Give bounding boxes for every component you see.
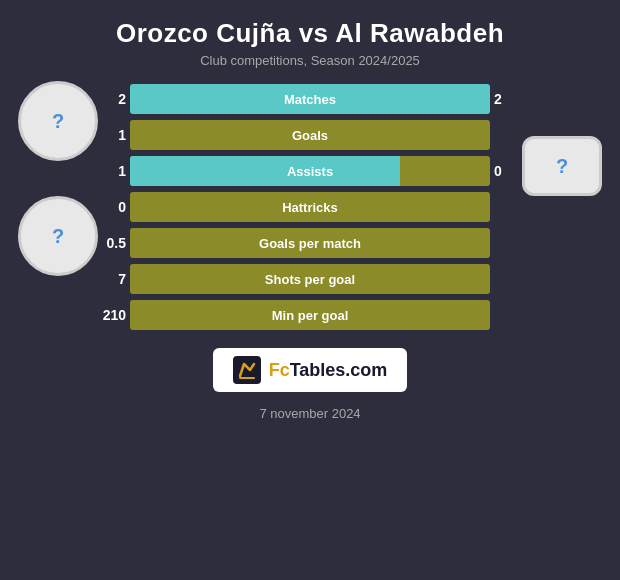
logo-text: FcTables.com	[269, 360, 388, 381]
header: Orozco Cujña vs Al Rawabdeh Club competi…	[0, 0, 620, 76]
goals-left-value: 1	[98, 127, 126, 143]
assists-left-value: 1	[98, 163, 126, 179]
min-per-goal-left-value: 210	[98, 307, 126, 323]
shots-per-goal-bar: Shots per goal	[130, 264, 490, 294]
svg-rect-1	[239, 377, 255, 379]
question-mark-icon-3: ?	[556, 155, 568, 178]
avatar-left-bottom: ?	[18, 196, 98, 276]
min-per-goal-bar: Min per goal	[130, 300, 490, 330]
avatar-left-top: ?	[18, 81, 98, 161]
logo-area: FcTables.com	[213, 348, 408, 392]
goals-per-match-bar: Goals per match	[130, 228, 490, 258]
stat-row-shots-per-goal: 7 Shots per goal	[130, 264, 490, 294]
hattricks-label: Hattricks	[282, 200, 338, 215]
stat-row-min-per-goal: 210 Min per goal	[130, 300, 490, 330]
question-mark-icon: ?	[52, 110, 64, 133]
question-mark-icon-2: ?	[52, 225, 64, 248]
content-area: ? ? ? 2 Matches 2 1 Goals	[0, 76, 620, 580]
goals-label: Goals	[292, 128, 328, 143]
shots-per-goal-label: Shots per goal	[265, 272, 355, 287]
avatar-right: ?	[522, 136, 602, 196]
matches-right-value: 2	[494, 91, 522, 107]
hattricks-bar: Hattricks	[130, 192, 490, 222]
assists-bar: Assists	[130, 156, 490, 186]
svg-rect-0	[233, 356, 261, 384]
fctables-logo-icon	[233, 356, 261, 384]
goals-bar: Goals	[130, 120, 490, 150]
assists-right-value: 0	[494, 163, 522, 179]
hattricks-left-value: 0	[98, 199, 126, 215]
subtitle: Club competitions, Season 2024/2025	[20, 53, 600, 68]
stat-row-goals: 1 Goals	[130, 120, 490, 150]
page-title: Orozco Cujña vs Al Rawabdeh	[20, 18, 600, 49]
main-card: Orozco Cujña vs Al Rawabdeh Club competi…	[0, 0, 620, 580]
shots-per-goal-left-value: 7	[98, 271, 126, 287]
stat-row-matches: 2 Matches 2	[130, 84, 490, 114]
footer-date: 7 november 2024	[259, 406, 360, 421]
goals-per-match-label: Goals per match	[259, 236, 361, 251]
stat-row-assists: 1 Assists 0	[130, 156, 490, 186]
stat-row-goals-per-match: 0.5 Goals per match	[130, 228, 490, 258]
stats-container: 2 Matches 2 1 Goals 1 Assists	[130, 84, 490, 330]
assists-label: Assists	[130, 156, 490, 186]
matches-left-value: 2	[98, 91, 126, 107]
min-per-goal-label: Min per goal	[272, 308, 349, 323]
goals-per-match-left-value: 0.5	[98, 235, 126, 251]
matches-label: Matches	[284, 92, 336, 107]
stat-row-hattricks: 0 Hattricks	[130, 192, 490, 222]
matches-bar: Matches	[130, 84, 490, 114]
